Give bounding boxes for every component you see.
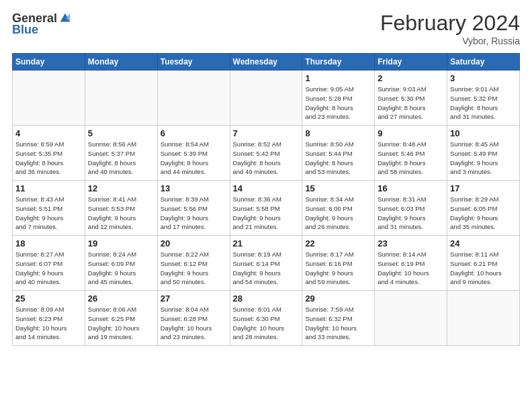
day-number: 12	[88, 183, 154, 193]
day-info: Sunrise: 8:27 AM Sunset: 6:07 PM Dayligh…	[15, 250, 82, 287]
table-row: 18Sunrise: 8:27 AM Sunset: 6:07 PM Dayli…	[13, 236, 85, 291]
table-row: 23Sunrise: 8:14 AM Sunset: 6:19 PM Dayli…	[375, 236, 447, 291]
day-info: Sunrise: 8:59 AM Sunset: 5:35 PM Dayligh…	[15, 140, 82, 177]
day-number: 7	[233, 128, 300, 138]
day-number: 4	[15, 128, 82, 138]
table-row: 13Sunrise: 8:39 AM Sunset: 5:56 PM Dayli…	[157, 181, 230, 236]
header-friday: Friday	[375, 54, 447, 71]
table-row: 1Sunrise: 9:05 AM Sunset: 5:28 PM Daylig…	[302, 71, 375, 126]
day-number: 21	[233, 238, 300, 248]
day-info: Sunrise: 8:14 AM Sunset: 6:19 PM Dayligh…	[378, 250, 444, 287]
table-row: 7Sunrise: 8:52 AM Sunset: 5:42 PM Daylig…	[230, 126, 302, 181]
calendar-header-row: Sunday Monday Tuesday Wednesday Thursday…	[13, 54, 520, 71]
day-info: Sunrise: 8:17 AM Sunset: 6:16 PM Dayligh…	[305, 250, 371, 287]
table-row: 19Sunrise: 8:24 AM Sunset: 6:09 PM Dayli…	[85, 236, 157, 291]
day-info: Sunrise: 8:04 AM Sunset: 6:28 PM Dayligh…	[161, 305, 227, 342]
table-row: 20Sunrise: 8:22 AM Sunset: 6:12 PM Dayli…	[157, 236, 230, 291]
day-number: 18	[15, 238, 82, 248]
day-info: Sunrise: 8:41 AM Sunset: 5:53 PM Dayligh…	[88, 195, 154, 232]
table-row: 12Sunrise: 8:41 AM Sunset: 5:53 PM Dayli…	[85, 181, 157, 236]
calendar-week-row: 1Sunrise: 9:05 AM Sunset: 5:28 PM Daylig…	[13, 71, 520, 126]
day-number: 27	[161, 293, 227, 304]
table-row: 16Sunrise: 8:31 AM Sunset: 6:03 PM Dayli…	[375, 181, 447, 236]
day-number: 9	[378, 128, 444, 138]
day-number: 11	[15, 183, 82, 193]
location: Vybor, Russia	[380, 36, 520, 46]
day-info: Sunrise: 8:24 AM Sunset: 6:09 PM Dayligh…	[88, 250, 154, 287]
day-info: Sunrise: 8:48 AM Sunset: 5:46 PM Dayligh…	[378, 140, 444, 177]
logo: General Blue	[12, 11, 73, 37]
table-row	[157, 71, 230, 126]
table-row: 8Sunrise: 8:50 AM Sunset: 5:44 PM Daylig…	[302, 126, 375, 181]
table-row: 25Sunrise: 8:09 AM Sunset: 6:23 PM Dayli…	[13, 291, 85, 346]
calendar-week-row: 11Sunrise: 8:43 AM Sunset: 5:51 PM Dayli…	[13, 181, 520, 236]
table-row: 28Sunrise: 8:01 AM Sunset: 6:30 PM Dayli…	[230, 291, 302, 346]
header-monday: Monday	[85, 54, 157, 71]
day-info: Sunrise: 8:52 AM Sunset: 5:42 PM Dayligh…	[233, 140, 300, 177]
day-info: Sunrise: 8:34 AM Sunset: 6:00 PM Dayligh…	[305, 195, 371, 232]
day-number: 23	[378, 238, 444, 248]
header-tuesday: Tuesday	[157, 54, 230, 71]
day-info: Sunrise: 9:03 AM Sunset: 5:30 PM Dayligh…	[378, 85, 444, 122]
table-row: 3Sunrise: 9:01 AM Sunset: 5:32 PM Daylig…	[447, 71, 520, 126]
table-row: 14Sunrise: 8:36 AM Sunset: 5:58 PM Dayli…	[230, 181, 302, 236]
day-number: 6	[161, 128, 227, 138]
day-number: 19	[88, 238, 154, 248]
table-row: 4Sunrise: 8:59 AM Sunset: 5:35 PM Daylig…	[13, 126, 85, 181]
day-number: 15	[305, 183, 371, 193]
day-info: Sunrise: 8:54 AM Sunset: 5:39 PM Dayligh…	[161, 140, 227, 177]
day-number: 17	[450, 183, 517, 193]
day-number: 24	[450, 238, 517, 248]
table-row: 11Sunrise: 8:43 AM Sunset: 5:51 PM Dayli…	[13, 181, 85, 236]
title-block: February 2024 Vybor, Russia	[380, 11, 520, 46]
day-info: Sunrise: 8:45 AM Sunset: 5:49 PM Dayligh…	[450, 140, 517, 177]
calendar-table: Sunday Monday Tuesday Wednesday Thursday…	[12, 53, 520, 346]
table-row: 6Sunrise: 8:54 AM Sunset: 5:39 PM Daylig…	[157, 126, 230, 181]
day-number: 5	[88, 128, 154, 138]
day-info: Sunrise: 8:43 AM Sunset: 5:51 PM Dayligh…	[15, 195, 82, 232]
table-row: 5Sunrise: 8:56 AM Sunset: 5:37 PM Daylig…	[85, 126, 157, 181]
table-row	[13, 71, 85, 126]
day-info: Sunrise: 9:05 AM Sunset: 5:28 PM Dayligh…	[305, 85, 371, 122]
header-sunday: Sunday	[13, 54, 85, 71]
day-info: Sunrise: 8:11 AM Sunset: 6:21 PM Dayligh…	[450, 250, 517, 287]
table-row	[85, 71, 157, 126]
day-number: 2	[378, 73, 444, 83]
day-info: Sunrise: 9:01 AM Sunset: 5:32 PM Dayligh…	[450, 85, 517, 122]
day-info: Sunrise: 8:09 AM Sunset: 6:23 PM Dayligh…	[15, 305, 82, 342]
day-info: Sunrise: 8:29 AM Sunset: 6:05 PM Dayligh…	[450, 195, 517, 232]
day-number: 13	[161, 183, 227, 193]
header: General Blue February 2024 Vybor, Russia	[12, 11, 520, 46]
day-number: 28	[233, 293, 300, 304]
table-row: 21Sunrise: 8:19 AM Sunset: 6:14 PM Dayli…	[230, 236, 302, 291]
table-row: 2Sunrise: 9:03 AM Sunset: 5:30 PM Daylig…	[375, 71, 447, 126]
day-number: 1	[305, 73, 371, 83]
table-row: 15Sunrise: 8:34 AM Sunset: 6:00 PM Dayli…	[302, 181, 375, 236]
day-number: 3	[450, 73, 517, 83]
day-number: 14	[233, 183, 300, 193]
month-title: February 2024	[380, 11, 520, 36]
table-row	[230, 71, 302, 126]
table-row: 24Sunrise: 8:11 AM Sunset: 6:21 PM Dayli…	[447, 236, 520, 291]
header-saturday: Saturday	[447, 54, 520, 71]
day-info: Sunrise: 8:01 AM Sunset: 6:30 PM Dayligh…	[233, 305, 300, 342]
day-info: Sunrise: 8:31 AM Sunset: 6:03 PM Dayligh…	[378, 195, 444, 232]
day-info: Sunrise: 8:56 AM Sunset: 5:37 PM Dayligh…	[88, 140, 154, 177]
day-info: Sunrise: 8:50 AM Sunset: 5:44 PM Dayligh…	[305, 140, 371, 177]
logo-icon	[58, 11, 73, 26]
day-info: Sunrise: 8:39 AM Sunset: 5:56 PM Dayligh…	[161, 195, 227, 232]
table-row: 9Sunrise: 8:48 AM Sunset: 5:46 PM Daylig…	[375, 126, 447, 181]
day-info: Sunrise: 8:22 AM Sunset: 6:12 PM Dayligh…	[161, 250, 227, 287]
day-info: Sunrise: 8:36 AM Sunset: 5:58 PM Dayligh…	[233, 195, 300, 232]
day-info: Sunrise: 8:19 AM Sunset: 6:14 PM Dayligh…	[233, 250, 300, 287]
day-number: 10	[450, 128, 517, 138]
table-row: 27Sunrise: 8:04 AM Sunset: 6:28 PM Dayli…	[157, 291, 230, 346]
table-row	[447, 291, 520, 346]
day-number: 16	[378, 183, 444, 193]
table-row: 26Sunrise: 8:06 AM Sunset: 6:25 PM Dayli…	[85, 291, 157, 346]
day-number: 29	[305, 293, 371, 304]
day-info: Sunrise: 8:06 AM Sunset: 6:25 PM Dayligh…	[88, 305, 154, 342]
day-info: Sunrise: 7:59 AM Sunset: 6:32 PM Dayligh…	[305, 305, 371, 342]
day-number: 25	[15, 293, 82, 304]
day-number: 8	[305, 128, 371, 138]
